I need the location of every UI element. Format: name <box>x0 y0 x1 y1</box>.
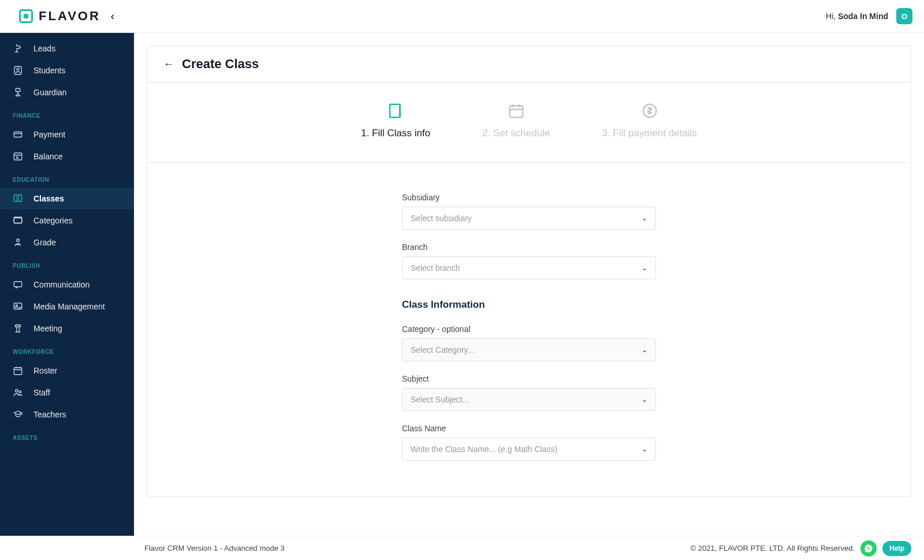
step-label: 1. Fill Class info <box>361 128 430 139</box>
staff-icon <box>13 387 23 398</box>
sidebar-item-staff[interactable]: Staff <box>0 382 134 404</box>
svg-rect-14 <box>390 104 400 118</box>
chevron-down-icon: ⌄ <box>642 346 647 354</box>
field-subject: Subject Select Subject... ⌄ <box>402 374 656 411</box>
sidebar-section-publish: PUBLISH <box>0 253 134 274</box>
sidebar-section-finance: FINANCE <box>0 103 134 124</box>
select-category[interactable]: Select Category... ⌄ <box>402 338 656 361</box>
svg-rect-11 <box>14 368 22 375</box>
dollar-icon <box>641 102 658 120</box>
sidebar-item-leads[interactable]: Leads <box>0 38 134 59</box>
select-subsidiary[interactable]: Select subsidiary ⌄ <box>402 207 656 230</box>
sidebar-item-label: Students <box>33 66 65 75</box>
footer-version: Flavor CRM Version 1 - Advanced mode 3 <box>144 544 285 552</box>
sidebar-section-education: EDUCATION <box>0 167 134 188</box>
svg-point-1 <box>17 68 19 70</box>
comm-icon <box>13 279 23 290</box>
sidebar-item-guardian[interactable]: Guardian <box>0 81 134 103</box>
cal-icon <box>13 365 23 376</box>
greeting: Hi, Soda In Mind <box>826 12 888 21</box>
svg-point-12 <box>16 390 18 393</box>
form-area: Subsidiary Select subsidiary ⌄ Branch Se… <box>402 163 656 496</box>
sidebar-item-payment[interactable]: Payment <box>0 124 134 145</box>
header: FLAVOR ‹‹ Hi, Soda In Mind O <box>0 0 924 33</box>
card-icon <box>13 129 23 140</box>
stepper: 1. Fill Class info2. Set schedule3. Fill… <box>147 83 911 163</box>
field-branch: Branch Select branch ⌄ <box>402 242 656 279</box>
calendar-icon <box>508 102 525 120</box>
grade-icon <box>13 237 23 248</box>
main-content: ← Create Class 1. Fill Class info2. Set … <box>134 33 924 536</box>
footer: Flavor CRM Version 1 - Advanced mode 3 ©… <box>0 536 924 560</box>
back-button[interactable]: ← <box>163 58 174 70</box>
sidebar-item-communication[interactable]: Communication <box>0 274 134 296</box>
label-subject: Subject <box>402 374 656 383</box>
sidebar-item-balance[interactable]: Balance <box>0 145 134 167</box>
label-branch: Branch <box>402 242 656 252</box>
chevron-down-icon: ⌄ <box>642 395 647 404</box>
media-icon <box>13 301 23 312</box>
card-header: ← Create Class <box>147 46 911 83</box>
sidebar-item-label: Payment <box>33 130 65 139</box>
sidebar-item-media-management[interactable]: Media Management <box>0 296 134 318</box>
sidebar-item-label: Media Management <box>33 302 105 311</box>
page-title: Create Class <box>182 57 259 72</box>
sidebar-item-classes[interactable]: Classes <box>0 188 134 210</box>
sidebar-item-label: Teachers <box>33 410 66 419</box>
sidebar-item-label: Guardian <box>33 88 67 97</box>
step-calendar[interactable]: 2. Set schedule <box>482 102 550 139</box>
sidebar-item-roster[interactable]: Roster <box>0 360 134 382</box>
book-icon <box>13 193 23 204</box>
step-info[interactable]: 1. Fill Class info <box>361 102 430 139</box>
field-category: Category - optional Select Category... ⌄ <box>402 324 656 361</box>
select-subject[interactable]: Select Subject... ⌄ <box>402 388 656 411</box>
svg-rect-15 <box>510 106 523 117</box>
field-subsidiary: Subsidiary Select subsidiary ⌄ <box>402 193 656 230</box>
sidebar-item-meeting[interactable]: Meeting <box>0 318 134 339</box>
logo-mark-icon <box>19 9 33 23</box>
input-classname[interactable]: Write the Class Name... (e.g Math Class)… <box>402 438 656 461</box>
chevron-down-icon: ⌄ <box>642 445 647 453</box>
sidebar-item-students[interactable]: Students <box>0 59 134 81</box>
svg-point-13 <box>19 391 21 393</box>
step-label: 2. Set schedule <box>482 128 550 139</box>
help-button[interactable]: Help <box>882 541 911 556</box>
sidebar-item-label: Classes <box>33 194 64 203</box>
balance-icon <box>13 151 23 162</box>
sidebar-item-label: Categories <box>33 216 73 225</box>
logo[interactable]: FLAVOR <box>19 9 100 24</box>
whatsapp-button[interactable] <box>860 540 877 557</box>
header-left: FLAVOR ‹‹ <box>19 9 111 24</box>
section-class-info: Class Information <box>402 299 656 311</box>
sidebar-item-label: Staff <box>33 388 50 397</box>
step-label: 3. Fill payment details <box>602 128 696 139</box>
sidebar-item-teachers[interactable]: Teachers <box>0 404 134 425</box>
svg-rect-3 <box>14 132 22 137</box>
logo-text: FLAVOR <box>39 9 100 24</box>
create-class-card: ← Create Class 1. Fill Class info2. Set … <box>147 46 911 497</box>
sidebar-item-categories[interactable]: Categories <box>0 210 134 232</box>
step-dollar[interactable]: 3. Fill payment details <box>602 102 696 139</box>
sidebar-item-label: Leads <box>33 44 55 53</box>
svg-point-7 <box>17 239 20 242</box>
sidebar-item-label: Communication <box>33 280 90 289</box>
sidebar-item-label: Roster <box>33 366 57 375</box>
teacher-icon <box>13 409 23 420</box>
label-category: Category - optional <box>402 324 656 334</box>
sidebar-section-workforce: WORKFORCE <box>0 339 134 360</box>
svg-rect-2 <box>16 88 20 91</box>
label-subsidiary: Subsidiary <box>402 193 656 202</box>
field-classname: Class Name Write the Class Name... (e.g … <box>402 424 656 461</box>
footer-copyright: © 2021, FLAVOR PTE. LTD. All Rights Rese… <box>691 544 855 552</box>
select-branch[interactable]: Select branch ⌄ <box>402 256 656 279</box>
info-icon <box>387 102 404 120</box>
sidebar-item-label: Meeting <box>33 324 62 333</box>
sidebar-item-grade[interactable]: Grade <box>0 232 134 253</box>
meet-icon <box>13 323 23 334</box>
cat-icon <box>13 215 23 226</box>
lead-icon <box>13 43 23 54</box>
avatar[interactable]: O <box>896 8 912 24</box>
guardian-icon <box>13 87 23 98</box>
sidebar-item-label: Grade <box>33 238 56 247</box>
student-icon <box>13 65 23 76</box>
